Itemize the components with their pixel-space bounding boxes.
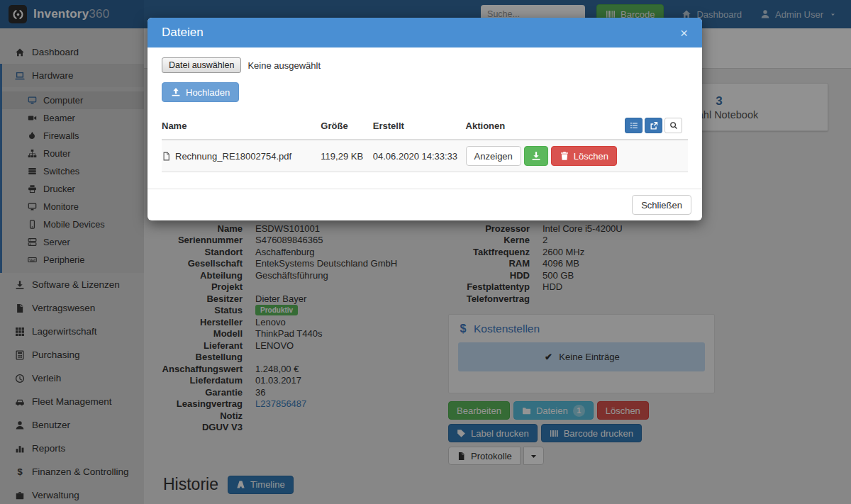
download-icon [531,151,541,161]
file-name-text: Rechnung_RE18002754.pdf [175,151,291,162]
view-file-button[interactable]: Anzeigen [466,146,521,166]
dateien-modal: Dateien × Datei auswählen Keine ausgewäh… [148,18,702,220]
search-icon [669,121,678,130]
export-icon [650,121,658,130]
table-export-button[interactable] [645,118,662,133]
list-icon [630,121,638,130]
upload-icon [171,87,181,97]
modal-title: Dateien [162,26,204,40]
modal-body: Datei auswählen Keine ausgewählt Hochlad… [148,47,702,189]
close-icon[interactable]: × [680,26,688,40]
files-table: NameGrößeErstelltAktionen Rechnung_RE180… [162,112,688,172]
column-header-name: Name [162,112,321,140]
file-select-button[interactable]: Datei auswählen [162,57,241,73]
file-select-status: Keine ausgewählt [247,60,321,71]
table-list-view-button[interactable] [625,118,643,133]
file-name[interactable]: Rechnung_RE18002754.pdf [162,151,315,162]
file-created-cell: 04.06.2020 14:33:33 [373,140,466,172]
spacer-cell [623,140,688,172]
file-size-cell: 119,29 KB [321,140,372,172]
upload-button[interactable]: Hochladen [162,82,239,102]
upload-button-label: Hochladen [186,87,230,98]
file-input-row: Datei auswählen Keine ausgewählt [162,57,688,73]
app-root: Inventory360 Barcode Dashboard Admin Use… [0,0,851,504]
column-header-grosse: Größe [321,112,372,140]
file-pdf-icon [162,152,171,161]
download-file-button[interactable] [524,146,548,166]
modal-footer: Schließen [148,189,702,220]
trash-icon [560,151,569,161]
table-tools [623,112,688,140]
file-name-cell: Rechnung_RE18002754.pdf [162,140,321,172]
file-actions-cell: AnzeigenLöschen [466,140,623,172]
file-actions: AnzeigenLöschen [466,146,617,166]
column-header-aktionen: Aktionen [466,112,623,140]
modal-close-button[interactable]: Schließen [632,195,691,215]
delete-file-button[interactable]: Löschen [551,146,617,166]
table-search-button[interactable] [664,118,682,133]
modal-header: Dateien × [148,18,702,47]
column-header-erstellt: Erstellt [373,112,466,140]
button-label: Löschen [574,151,608,162]
table-row: Rechnung_RE18002754.pdf119,29 KB04.06.20… [162,140,688,172]
